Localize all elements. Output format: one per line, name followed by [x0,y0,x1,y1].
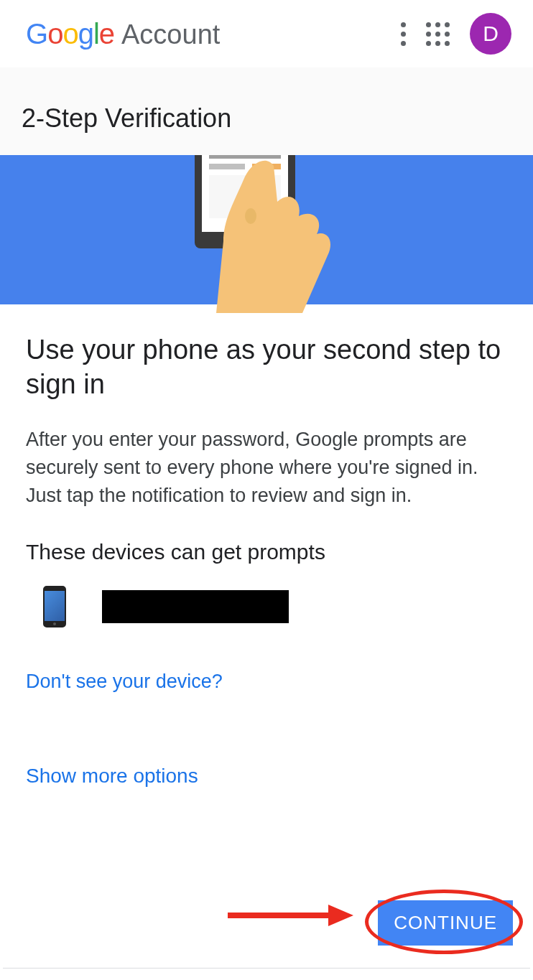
avatar[interactable]: D [470,13,511,55]
dont-see-device-link[interactable]: Don't see your device? [26,671,507,693]
show-more-options-link[interactable]: Show more options [26,765,507,788]
account-label: Account [121,19,220,50]
hero-banner [0,155,533,304]
header-actions: D [401,13,511,55]
phone-icon [43,586,66,627]
continue-button[interactable]: CONTINUE [378,900,513,946]
device-row [43,586,507,627]
device-name-redacted [102,590,289,623]
apps-grid-icon[interactable] [426,22,450,46]
footer-actions: CONTINUE [20,900,513,946]
more-vert-icon[interactable] [401,22,406,46]
devices-heading: These devices can get prompts [26,540,507,564]
divider [3,968,530,969]
svg-rect-4 [209,164,245,169]
svg-point-7 [245,208,256,224]
app-header: Google Account D [0,0,533,67]
page-title: 2-Step Verification [22,103,511,134]
main-heading: Use your phone as your second step to si… [26,333,507,401]
main-content: Use your phone as your second step to si… [0,304,533,788]
google-logo: Google [26,18,114,50]
avatar-initial: D [483,22,499,46]
main-description: After you enter your password, Google pr… [26,426,507,510]
logo-group: Google Account [26,18,220,50]
page-subheader: 2-Step Verification [0,67,533,155]
